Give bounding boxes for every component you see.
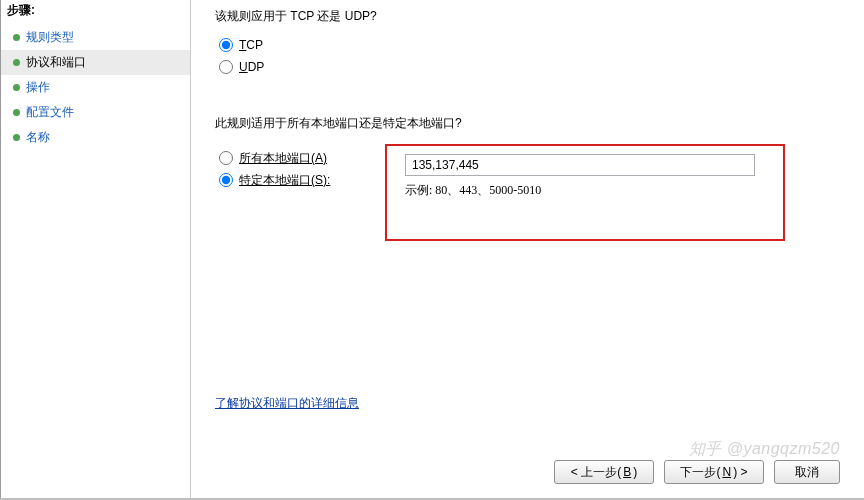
bullet-icon bbox=[13, 59, 20, 66]
udp-label: UDP bbox=[239, 59, 264, 75]
steps-header: 步骤: bbox=[1, 0, 190, 25]
ports-question: 此规则适用于所有本地端口还是特定本地端口? bbox=[215, 115, 840, 132]
wizard-window: 步骤: 规则类型 协议和端口 操作 配置文件 名称 bbox=[0, 0, 864, 500]
bullet-icon bbox=[13, 84, 20, 91]
next-button[interactable]: 下一步(N) > bbox=[664, 460, 764, 484]
specific-ports-radio[interactable] bbox=[219, 173, 233, 187]
tcp-label: TTCPCP bbox=[239, 37, 263, 53]
step-action[interactable]: 操作 bbox=[1, 75, 190, 100]
next-prefix: 下一步( bbox=[680, 464, 720, 481]
specific-ports-suffix: ): bbox=[323, 173, 330, 187]
back-accel: B bbox=[623, 465, 631, 479]
step-label: 协议和端口 bbox=[26, 54, 86, 71]
specific-ports-accel: S bbox=[315, 173, 323, 187]
learn-more-link[interactable]: 了解协议和端口的详细信息 bbox=[215, 395, 359, 412]
back-button[interactable]: < 上一步(B) bbox=[554, 460, 654, 484]
ports-section: 此规则适用于所有本地端口还是特定本地端口? 所有本地端口(A) 特定本地端口(S… bbox=[215, 115, 840, 241]
back-suffix: ) bbox=[633, 465, 637, 479]
protocol-tcp-row[interactable]: TTCPCP bbox=[219, 37, 840, 53]
steps-list: 规则类型 协议和端口 操作 配置文件 名称 bbox=[1, 25, 190, 150]
watermark: 知乎 @yangqzm520 bbox=[689, 439, 840, 460]
bullet-icon bbox=[13, 109, 20, 116]
all-ports-accel: A bbox=[315, 151, 323, 165]
ports-options-col: 所有本地端口(A) 特定本地端口(S): bbox=[215, 144, 385, 194]
udp-accel: U bbox=[239, 60, 248, 74]
tcp-accel: T bbox=[239, 38, 246, 52]
step-label: 名称 bbox=[26, 129, 50, 146]
step-rule-type[interactable]: 规则类型 bbox=[1, 25, 190, 50]
steps-sidebar: 步骤: 规则类型 协议和端口 操作 配置文件 名称 bbox=[1, 0, 191, 500]
specific-ports-row[interactable]: 特定本地端口(S): bbox=[219, 172, 385, 188]
back-prefix: < 上一步( bbox=[571, 464, 621, 481]
next-suffix: ) > bbox=[733, 465, 747, 479]
udp-radio[interactable] bbox=[219, 60, 233, 74]
ports-highlight-box: 示例: 80、443、5000-5010 bbox=[385, 144, 785, 241]
step-name[interactable]: 名称 bbox=[1, 125, 190, 150]
all-ports-text: 所有本地端口( bbox=[239, 151, 315, 165]
ports-example: 示例: 80、443、5000-5010 bbox=[405, 182, 765, 199]
step-label: 配置文件 bbox=[26, 104, 74, 121]
bullet-icon bbox=[13, 134, 20, 141]
protocol-question: 该规则应用于 TCP 还是 UDP? bbox=[215, 8, 840, 25]
button-bar: < 上一步(B) 下一步(N) > 取消 bbox=[554, 460, 840, 484]
step-profile[interactable]: 配置文件 bbox=[1, 100, 190, 125]
all-ports-label: 所有本地端口(A) bbox=[239, 150, 327, 166]
step-protocol-ports[interactable]: 协议和端口 bbox=[1, 50, 190, 75]
bullet-icon bbox=[13, 34, 20, 41]
all-ports-suffix: ) bbox=[323, 151, 327, 165]
cancel-button[interactable]: 取消 bbox=[774, 460, 840, 484]
protocol-udp-row[interactable]: UDP bbox=[219, 59, 840, 75]
all-ports-row[interactable]: 所有本地端口(A) bbox=[219, 150, 385, 166]
step-label: 操作 bbox=[26, 79, 50, 96]
specific-ports-text: 特定本地端口( bbox=[239, 173, 315, 187]
all-ports-radio[interactable] bbox=[219, 151, 233, 165]
ports-input[interactable] bbox=[405, 154, 755, 176]
specific-ports-label: 特定本地端口(S): bbox=[239, 172, 330, 188]
next-accel: N bbox=[722, 465, 731, 479]
tcp-radio[interactable] bbox=[219, 38, 233, 52]
step-label: 规则类型 bbox=[26, 29, 74, 46]
main-panel: 该规则应用于 TCP 还是 UDP? TTCPCP UDP 此规则适用于所有本地… bbox=[191, 0, 864, 500]
